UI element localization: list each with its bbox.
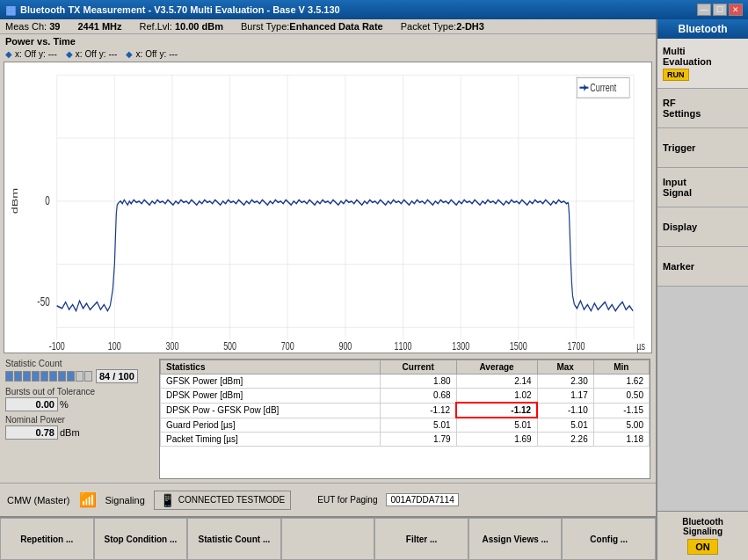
close-button[interactable]: ✕ (729, 4, 743, 16)
sidebar-run-badge: RUN (663, 69, 689, 81)
stats-cell-4-min: 1.18 (593, 433, 649, 447)
sidebar-item-input-signal[interactable]: InputSignal (657, 168, 748, 207)
stats-cell-2-min: -1.15 (593, 403, 649, 418)
marker-2: ◆ x: Off y: --- (66, 49, 118, 59)
markers-bar: ◆ x: Off y: --- ◆ x: Off y: --- ◆ x: Off… (0, 48, 656, 60)
stats-cell-2-average: -1.12 (456, 403, 537, 418)
burst-type-value: Enhanced Data Rate (289, 21, 382, 32)
packet-type-label: Packet Type: (401, 21, 456, 32)
svg-text:Current: Current (590, 81, 616, 93)
marker-3-x-val: Off (145, 49, 156, 59)
bar-cell-6 (49, 371, 57, 382)
stats-cell-3-name: Guard Period [µs] (161, 418, 381, 433)
config-button[interactable]: Config ... (562, 518, 656, 560)
marker-1: ◆ x: Off y: --- (5, 49, 57, 59)
bar-cell-1 (5, 371, 13, 382)
empty-button-1[interactable] (281, 518, 375, 560)
bar-cell-3 (23, 371, 31, 382)
connected-status: CONNECTED TESTMODE (178, 495, 286, 505)
statistic-count-section: Statistic Count (5, 359, 150, 383)
sidebar-item-multi-evaluation[interactable]: MultiEvaluation RUN (657, 39, 748, 89)
nominal-power-label: Nominal Power (5, 415, 150, 425)
cmw-master-label: CMW (Master) (7, 495, 70, 505)
burst-tolerance-value: 0.00 (5, 397, 58, 411)
statistic-count-button[interactable]: Statistic Count ... (187, 518, 281, 560)
marker-1-x-val: Off (25, 49, 36, 59)
stats-cell-0-name: GFSK Power [dBm] (161, 375, 381, 389)
filter-button[interactable]: Filter ... (374, 518, 468, 560)
marker-2-diamond: ◆ (66, 49, 73, 59)
stats-row-2: DPSK Pow - GFSK Pow [dB]-1.12-1.12-1.10-… (161, 403, 650, 418)
marker-1-diamond: ◆ (5, 49, 12, 59)
svg-text:dBm: dBm (10, 188, 19, 214)
svg-text:µs: µs (636, 340, 645, 353)
nominal-power-section: Nominal Power 0.78 dBm (5, 415, 150, 440)
sidebar-item-trigger[interactable]: Trigger (657, 128, 748, 168)
svg-text:1500: 1500 (510, 340, 527, 353)
marker-2-x-label: x: (76, 49, 83, 59)
stats-cell-0-average: 2.14 (456, 375, 537, 389)
sidebar-item-rf-settings-label: RFSettings (663, 98, 701, 119)
assign-views-button[interactable]: Assign Views ... (468, 518, 563, 560)
stats-cell-3-max: 5.01 (537, 418, 593, 433)
chart-area: 0 -50 dBm -100 100 300 500 700 900 1100 … (4, 62, 652, 353)
title-text: ▩ Bluetooth TX Measurement - V3.5.70 Mul… (5, 4, 340, 17)
stats-cell-4-average: 1.69 (456, 433, 537, 447)
stats-cell-1-max: 1.17 (537, 389, 593, 404)
statistics-table: Statistics Current Average Max Min GFSK … (160, 360, 650, 447)
stats-cell-4-max: 2.26 (537, 433, 593, 447)
burst-tolerance-unit: % (60, 399, 69, 410)
sidebar-item-display[interactable]: Display (657, 207, 748, 247)
svg-text:1700: 1700 (568, 340, 585, 353)
bar-cell-2 (14, 371, 22, 382)
marker-2-x-val: Off (85, 49, 97, 59)
stats-cell-3-min: 5.00 (593, 418, 649, 433)
marker-3: ◆ x: Off y: --- (126, 49, 178, 59)
bt-signaling-title: BluetoothSignaling (663, 517, 743, 536)
sidebar-item-marker[interactable]: Marker (657, 247, 748, 287)
bar-cell-7 (58, 371, 66, 382)
stats-cell-4-current: 1.79 (380, 433, 456, 447)
svg-text:900: 900 (338, 340, 352, 353)
marker-1-y-val: --- (48, 49, 57, 59)
sidebar-item-rf-settings[interactable]: RFSettings (657, 89, 748, 128)
sidebar-header: Bluetooth (657, 19, 748, 39)
svg-text:300: 300 (165, 340, 178, 353)
stop-condition-button[interactable]: Stop Condition ... (94, 518, 188, 560)
stats-cell-2-name: DPSK Pow - GFSK Pow [dB] (161, 403, 381, 418)
col-header-min: Min (593, 360, 649, 375)
bar-cell-9 (76, 371, 84, 382)
stats-cell-0-current: 1.80 (380, 375, 456, 389)
meas-ch-label: Meas Ch: (5, 21, 47, 32)
signal-icon: 📶 (79, 491, 97, 508)
bar-cell-10 (84, 371, 92, 382)
stats-cell-2-max: -1.10 (537, 403, 593, 418)
stats-row-4: Packet Timing [µs]1.791.692.261.18 (161, 433, 650, 447)
bottom-bar: Repetition ... Stop Condition ... Statis… (0, 516, 656, 560)
minimize-button[interactable]: — (697, 4, 711, 16)
stats-cell-1-average: 1.02 (456, 389, 537, 404)
marker-2-y-label: y: (99, 49, 106, 59)
sidebar-item-input-signal-label: InputSignal (663, 177, 692, 198)
eut-label: EUT for Paging (317, 495, 377, 505)
signaling-bar: CMW (Master) 📶 Signaling 📱 CONNECTED TES… (0, 483, 656, 516)
bt-signaling-on-badge: ON (687, 539, 718, 555)
stat-count-label: Statistic Count (5, 359, 150, 368)
col-header-name: Statistics (161, 360, 381, 375)
bar-cell-4 (32, 371, 40, 382)
info-bar: Meas Ch: 39 2441 MHz Ref.Lvl: 10.00 dBm … (0, 19, 656, 34)
bluetooth-signaling-section: BluetoothSignaling ON (657, 511, 748, 560)
chart-title: Power vs. Time (0, 34, 656, 48)
freq-value: 2441 MHz (77, 21, 121, 32)
repetition-button[interactable]: Repetition ... (0, 518, 94, 560)
svg-text:-100: -100 (49, 340, 65, 353)
svg-text:-50: -50 (37, 295, 49, 309)
window-title: Bluetooth TX Measurement - V3.5.70 Multi… (20, 4, 340, 15)
maximize-button[interactable]: ☐ (713, 4, 727, 16)
stats-cell-1-current: 0.68 (380, 389, 456, 404)
chart-svg: 0 -50 dBm -100 100 300 500 700 900 1100 … (4, 62, 651, 353)
stats-row-3: Guard Period [µs]5.015.015.015.00 (161, 418, 650, 433)
window-controls: — ☐ ✕ (697, 4, 743, 16)
eut-value: 001A7DDA7114 (386, 493, 458, 506)
marker-3-y-label: y: (159, 49, 166, 59)
